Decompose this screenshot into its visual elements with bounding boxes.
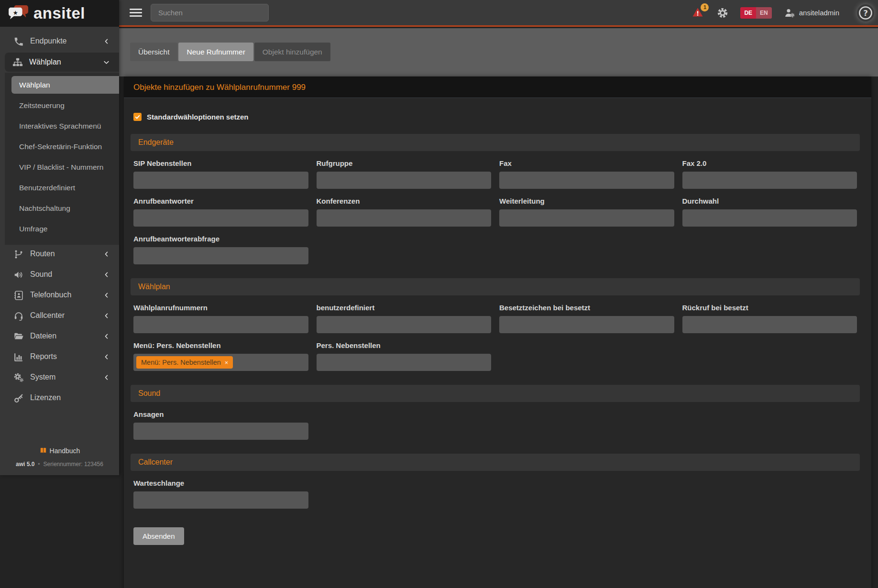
- section-sound-fields: Ansagen: [133, 402, 857, 440]
- address-book-icon: [13, 290, 24, 300]
- chevron-left-icon: [103, 313, 110, 319]
- sidebar-item-label: Dateien: [30, 332, 56, 340]
- sidebar: ★ ansitel Endpunkte Wählplan Wählplan Ze: [0, 0, 119, 475]
- benutzerdefiniert-input[interactable]: [317, 316, 492, 333]
- panel-title: Objekte hinzufügen zu Wählplanrufnummer …: [124, 76, 871, 98]
- default-dial-options-checkbox[interactable]: [133, 113, 142, 121]
- field-besetztzeichen: Besetztzeichen bei besetzt: [499, 295, 674, 333]
- search-input[interactable]: [151, 4, 269, 22]
- logo-star: ★: [13, 10, 18, 16]
- sidebar-item-waehlplan[interactable]: Wählplan: [5, 53, 119, 72]
- field-label: Ansagen: [133, 410, 308, 418]
- field-durchwahl: Durchwahl: [682, 189, 857, 227]
- selected-option-chip: Menü: Pers. Nebenstellen ×: [136, 356, 233, 369]
- submenu-item-chef-sekretaerin[interactable]: Chef-Sekretärin-Funktion: [5, 138, 119, 155]
- help-button[interactable]: ?: [857, 4, 874, 22]
- submit-button[interactable]: Absenden: [133, 527, 184, 545]
- field-label: Fax 2.0: [682, 159, 857, 167]
- weiterleitung-input[interactable]: [499, 209, 674, 227]
- fax-2-0-input[interactable]: [682, 172, 857, 189]
- sidebar-item-routen[interactable]: Routen: [0, 245, 119, 263]
- check-icon: [134, 114, 141, 120]
- settings-gear-icon[interactable]: [717, 7, 728, 19]
- language-switcher[interactable]: DE EN: [740, 7, 771, 19]
- branch-icon: [13, 249, 24, 259]
- anrufbeantworterabfrage-input[interactable]: [133, 247, 308, 264]
- sidebar-item-callcenter[interactable]: Callcenter: [0, 306, 119, 325]
- folder-open-icon: [13, 331, 24, 341]
- sidebar-footer: Handbuch awi 5.0•Seriennummer: 123456: [0, 446, 119, 468]
- tab-objekt-hinzufuegen[interactable]: Objekt hinzufügen: [254, 43, 330, 61]
- field-label: Besetztzeichen bei besetzt: [499, 304, 674, 312]
- main-panel: Objekte hinzufügen zu Wählplanrufnummer …: [124, 76, 871, 588]
- submenu-item-nachtschaltung[interactable]: Nachtschaltung: [5, 199, 119, 217]
- rufgruppe-input[interactable]: [317, 172, 492, 189]
- sidebar-item-system[interactable]: System: [0, 368, 119, 386]
- ansagen-input[interactable]: [133, 423, 308, 440]
- field-benutzerdefiniert: benutzerdefiniert: [317, 295, 492, 333]
- top-bar: 1 DE EN ansiteladmin ?: [119, 0, 878, 27]
- tab-neue-rufnummer[interactable]: Neue Rufnummer: [178, 43, 253, 61]
- field-warteschlange: Warteschlange: [133, 471, 308, 509]
- field-sip-nebenstellen: SIP Nebenstellen: [133, 151, 308, 189]
- submenu-item-vip-blacklist[interactable]: VIP / Blacklist - Nummern: [5, 158, 119, 176]
- section-callcenter-fields: Warteschlange: [133, 471, 857, 509]
- volume-icon: [13, 270, 24, 279]
- field-menue-pers-nebenstellen: Menü: Pers. Nebenstellen Menü: Pers. Neb…: [133, 333, 308, 371]
- hamburger-menu-icon[interactable]: [130, 9, 142, 17]
- durchwahl-input[interactable]: [682, 209, 857, 227]
- sidebar-item-reports[interactable]: Reports: [0, 348, 119, 366]
- version-number: awi 5.0: [16, 461, 34, 468]
- alert-count-badge: 1: [701, 3, 709, 11]
- sidebar-item-sound[interactable]: Sound: [0, 265, 119, 283]
- user-menu[interactable]: ansiteladmin: [784, 7, 839, 19]
- question-circle-icon: ?: [858, 5, 873, 21]
- konferenzen-input[interactable]: [317, 209, 492, 227]
- submenu-item-waehlplan[interactable]: Wählplan: [11, 76, 119, 94]
- submenu-item-zeitsteuerung[interactable]: Zeitsteuerung: [5, 97, 119, 114]
- submenu-item-benutzerdefiniert[interactable]: Benutzerdefiniert: [5, 179, 119, 196]
- field-rueckruf: Rückruf bei besetzt: [682, 295, 857, 333]
- sidebar-item-dateien[interactable]: Dateien: [0, 327, 119, 345]
- manual-link[interactable]: Handbuch: [39, 446, 80, 455]
- headset-icon: [13, 311, 24, 320]
- field-weiterleitung: Weiterleitung: [499, 189, 674, 227]
- field-label: Anrufbeantworterabfrage: [133, 235, 308, 243]
- field-konferenzen: Konferenzen: [317, 189, 492, 227]
- lang-en[interactable]: EN: [756, 7, 772, 19]
- sidebar-item-endpunkte[interactable]: Endpunkte: [0, 32, 119, 50]
- submenu-item-umfrage[interactable]: Umfrage: [5, 220, 119, 238]
- field-fax-2-0: Fax 2.0: [682, 151, 857, 189]
- tab-bar: Übersicht Neue Rufnummer Objekt hinzufüg…: [130, 43, 331, 61]
- chevron-left-icon: [103, 292, 110, 298]
- submenu-item-sprachmenue[interactable]: Interaktives Sprachmenü: [5, 117, 119, 135]
- sidebar-item-label: Callcenter: [30, 311, 65, 320]
- chip-remove-icon[interactable]: ×: [225, 359, 229, 366]
- app-logo[interactable]: ★ ansitel: [0, 0, 119, 27]
- user-gear-icon: [784, 7, 795, 19]
- anrufbeantworter-input[interactable]: [133, 209, 308, 227]
- chip-label: Menü: Pers. Nebenstellen: [141, 359, 221, 366]
- field-label: Rückruf bei besetzt: [682, 304, 857, 312]
- sidebar-item-label: Reports: [30, 352, 57, 361]
- besetztzeichen-input[interactable]: [499, 316, 674, 333]
- alerts-button[interactable]: 1: [691, 7, 705, 19]
- chart-column-icon: [13, 352, 24, 361]
- rueckruf-input[interactable]: [682, 316, 857, 333]
- sip-nebenstellen-input[interactable]: [133, 172, 308, 189]
- lang-de[interactable]: DE: [740, 7, 756, 19]
- waehlplanrufnummern-input[interactable]: [133, 316, 308, 333]
- sidebar-item-label: Endpunkte: [30, 37, 67, 45]
- field-anrufbeantworterabfrage: Anrufbeantworterabfrage: [133, 227, 308, 264]
- menue-pers-nebenstellen-input[interactable]: Menü: Pers. Nebenstellen ×: [133, 354, 308, 371]
- warteschlange-input[interactable]: [133, 491, 308, 509]
- field-label: Durchwahl: [682, 197, 857, 205]
- fax-input[interactable]: [499, 172, 674, 189]
- field-label: Pers. Nebenstellen: [317, 341, 492, 349]
- sidebar-item-lizenzen[interactable]: Lizenzen: [0, 389, 119, 407]
- pers-nebenstellen-input[interactable]: [317, 354, 492, 371]
- tab-uebersicht[interactable]: Übersicht: [130, 43, 177, 61]
- section-header-endgeraete: Endgeräte: [131, 134, 860, 151]
- chevron-left-icon: [103, 38, 110, 44]
- sidebar-item-telefonbuch[interactable]: Telefonbuch: [0, 286, 119, 304]
